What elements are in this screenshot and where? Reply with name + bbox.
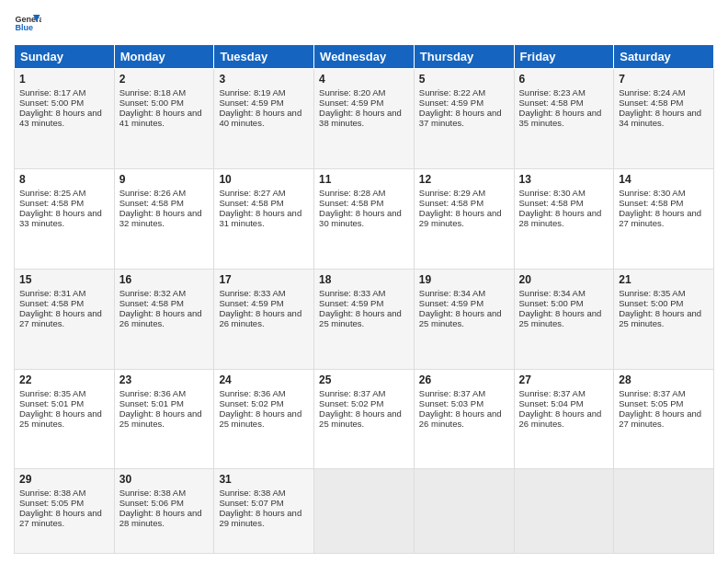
sunrise: Sunrise: 8:23 AM	[519, 87, 586, 98]
day-number: 2	[119, 73, 210, 86]
calendar-cell	[314, 469, 415, 554]
day-number: 7	[619, 73, 709, 86]
day-header-thursday: Thursday	[414, 45, 514, 69]
daylight: Daylight: 8 hours and 33 minutes.	[19, 208, 102, 228]
day-number: 18	[319, 273, 409, 286]
day-number: 13	[519, 173, 609, 186]
calendar-cell: 21Sunrise: 8:35 AMSunset: 5:00 PMDayligh…	[614, 269, 714, 369]
calendar-cell: 14Sunrise: 8:30 AMSunset: 4:58 PMDayligh…	[614, 168, 714, 269]
daylight: Daylight: 8 hours and 27 minutes.	[19, 508, 102, 528]
sunset: Sunset: 5:03 PM	[419, 398, 483, 408]
calendar-cell	[614, 469, 714, 554]
sunrise: Sunrise: 8:37 AM	[619, 388, 685, 398]
sunset: Sunset: 4:58 PM	[119, 198, 184, 208]
sunset: Sunset: 4:58 PM	[19, 298, 84, 308]
sunrise: Sunrise: 8:36 AM	[219, 388, 285, 398]
sunset: Sunset: 4:58 PM	[19, 198, 84, 208]
logo-icon: General Blue	[14, 9, 41, 37]
sunrise: Sunrise: 8:38 AM	[119, 488, 186, 498]
daylight: Daylight: 8 hours and 41 minutes.	[119, 108, 202, 128]
page-container: General Blue SundayMondayTuesdayWednesda…	[0, 0, 728, 563]
sunset: Sunset: 4:59 PM	[319, 298, 383, 308]
calendar-cell: 31Sunrise: 8:38 AMSunset: 5:07 PMDayligh…	[214, 469, 314, 554]
day-number: 22	[19, 373, 109, 386]
daylight: Daylight: 8 hours and 28 minutes.	[519, 208, 602, 228]
calendar-table: SundayMondayTuesdayWednesdayThursdayFrid…	[14, 44, 714, 554]
day-number: 3	[219, 73, 309, 86]
sunrise: Sunrise: 8:29 AM	[419, 188, 485, 198]
day-number: 10	[219, 173, 309, 186]
sunset: Sunset: 5:01 PM	[19, 398, 84, 408]
calendar-cell: 18Sunrise: 8:33 AMSunset: 4:59 PMDayligh…	[314, 269, 415, 369]
sunset: Sunset: 4:59 PM	[219, 98, 283, 108]
sunset: Sunset: 4:58 PM	[519, 198, 584, 208]
day-number: 14	[619, 173, 709, 186]
day-header-sunday: Sunday	[15, 45, 115, 69]
sunrise: Sunrise: 8:37 AM	[319, 388, 385, 398]
daylight: Daylight: 8 hours and 28 minutes.	[119, 508, 202, 528]
calendar-cell: 5Sunrise: 8:22 AMSunset: 4:59 PMDaylight…	[414, 69, 514, 169]
day-header-tuesday: Tuesday	[214, 45, 314, 69]
sunset: Sunset: 4:59 PM	[419, 98, 483, 108]
day-number: 25	[319, 373, 409, 386]
daylight: Daylight: 8 hours and 25 minutes.	[319, 308, 402, 328]
sunrise: Sunrise: 8:37 AM	[419, 388, 485, 398]
sunset: Sunset: 4:58 PM	[319, 198, 383, 208]
daylight: Daylight: 8 hours and 32 minutes.	[119, 208, 202, 228]
sunset: Sunset: 5:04 PM	[519, 398, 584, 408]
sunrise: Sunrise: 8:34 AM	[419, 288, 485, 298]
sunrise: Sunrise: 8:37 AM	[519, 388, 586, 398]
daylight: Daylight: 8 hours and 34 minutes.	[619, 108, 701, 128]
sunset: Sunset: 4:58 PM	[119, 298, 184, 308]
calendar-cell	[414, 469, 514, 554]
calendar-cell: 20Sunrise: 8:34 AMSunset: 5:00 PMDayligh…	[514, 269, 614, 369]
day-number: 17	[219, 273, 309, 286]
sunrise: Sunrise: 8:24 AM	[619, 87, 685, 98]
daylight: Daylight: 8 hours and 25 minutes.	[519, 308, 602, 328]
sunrise: Sunrise: 8:19 AM	[219, 87, 285, 98]
calendar-cell: 17Sunrise: 8:33 AMSunset: 4:59 PMDayligh…	[214, 269, 314, 369]
sunrise: Sunrise: 8:38 AM	[19, 488, 85, 498]
daylight: Daylight: 8 hours and 30 minutes.	[319, 208, 402, 228]
sunrise: Sunrise: 8:25 AM	[19, 188, 85, 198]
day-number: 9	[119, 173, 210, 186]
calendar-cell: 10Sunrise: 8:27 AMSunset: 4:58 PMDayligh…	[214, 168, 314, 269]
page-header: General Blue	[14, 9, 714, 37]
daylight: Daylight: 8 hours and 25 minutes.	[119, 408, 202, 429]
sunrise: Sunrise: 8:33 AM	[319, 288, 385, 298]
daylight: Daylight: 8 hours and 26 minutes.	[519, 408, 602, 429]
sunrise: Sunrise: 8:35 AM	[19, 388, 85, 398]
calendar-cell: 22Sunrise: 8:35 AMSunset: 5:01 PMDayligh…	[15, 369, 115, 469]
daylight: Daylight: 8 hours and 25 minutes.	[219, 408, 301, 429]
calendar-cell: 23Sunrise: 8:36 AMSunset: 5:01 PMDayligh…	[114, 369, 214, 469]
day-header-friday: Friday	[514, 45, 614, 69]
sunrise: Sunrise: 8:17 AM	[19, 87, 85, 98]
calendar-cell: 24Sunrise: 8:36 AMSunset: 5:02 PMDayligh…	[214, 369, 314, 469]
calendar-cell: 12Sunrise: 8:29 AMSunset: 4:58 PMDayligh…	[414, 168, 514, 269]
sunset: Sunset: 4:59 PM	[419, 298, 483, 308]
sunrise: Sunrise: 8:35 AM	[619, 288, 685, 298]
calendar-cell: 28Sunrise: 8:37 AMSunset: 5:05 PMDayligh…	[614, 369, 714, 469]
day-number: 6	[519, 73, 609, 86]
sunrise: Sunrise: 8:30 AM	[619, 188, 685, 198]
daylight: Daylight: 8 hours and 29 minutes.	[219, 508, 301, 528]
sunset: Sunset: 5:02 PM	[319, 398, 383, 408]
day-number: 26	[419, 373, 509, 386]
calendar-cell: 1Sunrise: 8:17 AMSunset: 5:00 PMDaylight…	[15, 69, 115, 169]
calendar-cell: 15Sunrise: 8:31 AMSunset: 4:58 PMDayligh…	[15, 269, 115, 369]
daylight: Daylight: 8 hours and 29 minutes.	[419, 208, 502, 228]
sunrise: Sunrise: 8:28 AM	[319, 188, 385, 198]
sunset: Sunset: 5:00 PM	[519, 298, 584, 308]
day-header-wednesday: Wednesday	[314, 45, 415, 69]
calendar-cell: 16Sunrise: 8:32 AMSunset: 4:58 PMDayligh…	[114, 269, 214, 369]
daylight: Daylight: 8 hours and 40 minutes.	[219, 108, 301, 128]
sunset: Sunset: 5:00 PM	[119, 98, 184, 108]
daylight: Daylight: 8 hours and 43 minutes.	[19, 108, 102, 128]
svg-text:Blue: Blue	[16, 23, 34, 32]
day-number: 28	[619, 373, 709, 386]
calendar-cell: 4Sunrise: 8:20 AMSunset: 4:59 PMDaylight…	[314, 69, 415, 169]
sunset: Sunset: 4:58 PM	[619, 98, 683, 108]
calendar-cell: 11Sunrise: 8:28 AMSunset: 4:58 PMDayligh…	[314, 168, 415, 269]
sunset: Sunset: 4:59 PM	[319, 98, 383, 108]
day-number: 16	[119, 273, 210, 286]
